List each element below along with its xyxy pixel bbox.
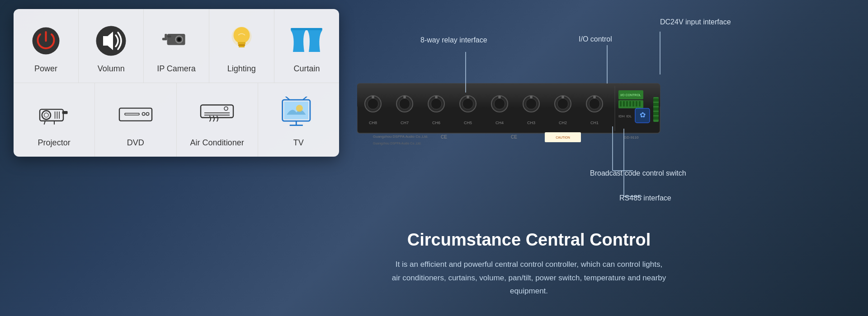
- curtain-icon-container: [288, 23, 325, 59]
- svg-rect-34: [284, 102, 309, 120]
- panel-item-camera[interactable]: IP Camera: [144, 9, 209, 83]
- svg-rect-84: [639, 101, 641, 107]
- power-label: Power: [34, 64, 57, 74]
- svg-text:GD-9110: GD-9110: [624, 135, 639, 139]
- panel-row-1: Power Volumn: [14, 9, 339, 83]
- svg-text:Guangzhou DSPPA Audio Co.,Ltd.: Guangzhou DSPPA Audio Co.,Ltd.: [373, 142, 421, 145]
- svg-point-51: [431, 98, 442, 109]
- dvd-label: DVD: [127, 138, 144, 148]
- panel-item-lighting[interactable]: Lighting: [209, 9, 274, 83]
- camera-icon: [158, 24, 194, 58]
- projector-icon-container: [36, 97, 72, 133]
- panel-item-power[interactable]: Power: [14, 9, 79, 83]
- svg-rect-81: [629, 101, 631, 107]
- svg-rect-16: [40, 109, 63, 121]
- ac-icon: [199, 98, 235, 132]
- svg-point-43: [368, 98, 378, 109]
- svg-text:CH2: CH2: [559, 121, 567, 125]
- svg-point-48: [403, 96, 406, 98]
- annotation-rs485-text: RS485 interface: [619, 194, 671, 202]
- camera-icon-container: [158, 23, 194, 59]
- panel-item-ac[interactable]: Air Conditioner: [177, 83, 258, 157]
- svg-text:CAUTION: CAUTION: [556, 136, 570, 139]
- svg-text:CE: CE: [511, 135, 517, 139]
- ac-icon-container: [199, 97, 235, 133]
- panel-item-dvd[interactable]: DVD: [95, 83, 176, 157]
- curtain-label: Curtain: [293, 64, 320, 74]
- volume-label: Volumn: [98, 64, 125, 74]
- svg-point-59: [494, 98, 505, 109]
- svg-rect-13: [238, 44, 245, 46]
- panel-item-curtain[interactable]: Curtain: [274, 9, 339, 83]
- panel-item-projector[interactable]: Projector: [14, 83, 95, 157]
- projector-label: Projector: [38, 138, 71, 148]
- svg-point-72: [593, 96, 596, 98]
- svg-text:CH3: CH3: [527, 121, 535, 125]
- svg-text:CH4: CH4: [495, 121, 504, 125]
- svg-text:CH6: CH6: [432, 121, 440, 125]
- svg-text:CE: CE: [441, 135, 447, 139]
- svg-point-27: [142, 112, 145, 115]
- dvd-icon-container: [118, 97, 154, 133]
- svg-point-60: [498, 96, 501, 98]
- panel-item-volume[interactable]: Volumn: [79, 9, 144, 83]
- svg-text:I/O CONTROL: I/O CONTROL: [620, 93, 641, 97]
- svg-rect-26: [125, 113, 139, 115]
- svg-rect-12: [238, 42, 245, 44]
- description: It is an efficient and powerful central …: [371, 258, 687, 298]
- device-svg: CH8 CH7 CH6 CH5 CH4 CH3 CH2 CH1 I/: [357, 74, 665, 147]
- svg-text:CH8: CH8: [369, 121, 377, 125]
- panel-item-tv[interactable]: TV: [258, 83, 339, 157]
- svg-rect-91: [653, 103, 659, 106]
- svg-point-52: [435, 96, 438, 98]
- svg-text:CH1: CH1: [590, 121, 599, 125]
- power-icon: [29, 24, 63, 58]
- svg-rect-79: [623, 101, 625, 107]
- svg-rect-93: [653, 112, 659, 115]
- svg-text:✿: ✿: [640, 111, 646, 119]
- svg-text:IDH: IDH: [618, 114, 625, 118]
- svg-point-47: [399, 98, 410, 109]
- svg-point-28: [146, 112, 149, 115]
- svg-point-39: [296, 105, 303, 112]
- volume-icon-container: [93, 23, 129, 59]
- ac-label: Air Conditioner: [190, 138, 244, 148]
- svg-rect-82: [632, 101, 634, 107]
- svg-point-64: [530, 96, 533, 98]
- device-hardware: CH8 CH7 CH6 CH5 CH4 CH3 CH2 CH1 I/: [357, 74, 665, 149]
- svg-rect-15: [291, 28, 322, 30]
- curtain-icon: [288, 23, 325, 59]
- annotation-relay-text: 8-way relay interface: [420, 36, 487, 44]
- svg-rect-78: [620, 101, 622, 107]
- svg-rect-80: [626, 101, 628, 107]
- svg-rect-92: [653, 107, 659, 111]
- tv-icon: [280, 97, 316, 133]
- svg-text:CH7: CH7: [401, 121, 409, 125]
- bottom-section: Circumstance Central Control It is an ef…: [371, 230, 687, 298]
- svg-text:CH5: CH5: [464, 121, 472, 125]
- power-icon-container: [28, 23, 64, 59]
- dvd-icon: [118, 101, 154, 128]
- lighting-icon-container: [223, 23, 259, 59]
- annotation-broadcast-text: Broadcast code control switch: [590, 169, 686, 177]
- svg-point-11: [233, 27, 250, 43]
- tv-icon-container: [280, 97, 316, 133]
- svg-point-56: [467, 96, 469, 98]
- panel-row-2: Projector DVD: [14, 83, 339, 157]
- lighting-label: Lighting: [227, 64, 256, 74]
- svg-rect-4: [165, 33, 167, 39]
- svg-point-63: [526, 98, 537, 109]
- svg-rect-94: [653, 116, 659, 120]
- svg-rect-9: [167, 35, 171, 37]
- lighting-icon: [227, 24, 256, 58]
- svg-rect-14: [239, 46, 245, 47]
- svg-point-32: [224, 107, 228, 110]
- tv-label: TV: [293, 138, 304, 148]
- svg-point-71: [589, 98, 600, 109]
- svg-point-67: [557, 98, 568, 109]
- svg-rect-90: [653, 98, 659, 102]
- svg-text:IDL: IDL: [626, 114, 632, 118]
- svg-rect-25: [119, 108, 152, 121]
- control-panel: Power Volumn: [14, 9, 339, 157]
- svg-point-18: [44, 113, 48, 117]
